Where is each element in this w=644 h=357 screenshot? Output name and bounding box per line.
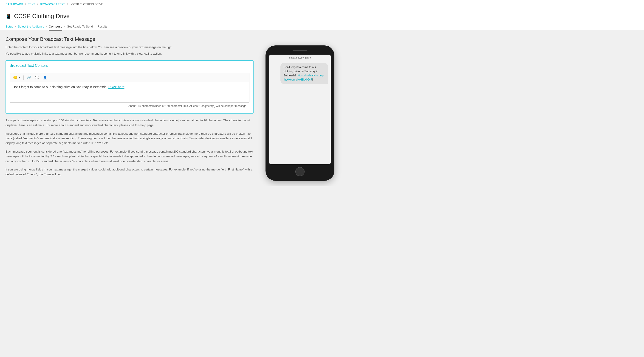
info-text-4: If you are using merge fields in your te… xyxy=(6,167,254,177)
wizard-chevron-2: › xyxy=(46,25,47,28)
compose-heading: Compose Your Broadcast Text Message xyxy=(6,36,254,42)
breadcrumb-sep-2: / xyxy=(37,3,38,6)
wizard-chevron-3: › xyxy=(64,25,65,28)
page-title: CCSP Clothing Drive xyxy=(14,13,70,20)
breadcrumb-text[interactable]: TEXT xyxy=(28,3,35,6)
right-panel: BROADCAST TEXT Don't forget to come to o… xyxy=(261,36,339,181)
wizard-step-results[interactable]: Results xyxy=(98,22,107,30)
left-panel: Compose Your Broadcast Text Message Ente… xyxy=(6,36,254,181)
page-header: 📱 CCSP Clothing Drive Setup › Select the… xyxy=(0,9,644,31)
content-box-header: Broadcast Text Content xyxy=(6,61,253,70)
editor-toolbar: 🙂 ▾ 🔗 💬 👤 xyxy=(10,73,250,82)
snippet-button[interactable]: 💬 xyxy=(34,75,40,80)
info-text-2: Messages that include more than 160 stan… xyxy=(6,131,254,146)
wizard-step-compose[interactable]: Compose xyxy=(49,22,62,30)
phone-screen-label: BROADCAST TEXT xyxy=(269,55,331,60)
wizard-step-ready[interactable]: Get Ready To Send xyxy=(67,22,93,30)
emoji-button[interactable]: 🙂 ▾ xyxy=(12,75,21,80)
wizard-chevron-1: › xyxy=(15,25,16,28)
compose-subtitle-2: It's possible to add multiple links to a… xyxy=(6,51,254,56)
personalize-button[interactable]: 👤 xyxy=(42,75,48,80)
content-box: Broadcast Text Content 🙂 ▾ 🔗 💬 👤 Don't f… xyxy=(6,60,254,114)
phone-message-area: Don't forget to come to our clothing dri… xyxy=(269,60,331,164)
info-text-3: Each message segment is considered one "… xyxy=(6,149,254,164)
breadcrumb-sep-1: / xyxy=(25,3,26,6)
page-icon: 📱 xyxy=(6,13,11,19)
info-text-1: A single text message can contain up to … xyxy=(6,118,254,128)
wizard-chevron-4: › xyxy=(94,25,96,28)
phone-speaker xyxy=(293,50,307,51)
wizard-step-setup[interactable]: Setup xyxy=(6,22,13,30)
char-count: About 115 characters used of 160-charact… xyxy=(10,103,250,110)
breadcrumb-sep-3: / xyxy=(67,3,68,6)
phone-mockup: BROADCAST TEXT Don't forget to come to o… xyxy=(266,45,334,181)
wizard-step-audience[interactable]: Select the Audience xyxy=(18,22,44,30)
breadcrumb: DASHBOARD / TEXT / BROADCAST TEXT / CCSP… xyxy=(0,0,644,9)
phone-screen: BROADCAST TEXT Don't forget to come to o… xyxy=(269,55,331,164)
breadcrumb-dashboard[interactable]: DASHBOARD xyxy=(6,3,23,6)
compose-subtitle-1: Enter the content for your broadcast tex… xyxy=(6,45,254,49)
phone-bubble: Don't forget to come to our clothing dri… xyxy=(280,63,328,84)
toolbar-divider-1 xyxy=(24,75,24,80)
phone-home-button xyxy=(295,167,304,176)
message-editor[interactable]: Don't forget to come to our clothing dri… xyxy=(10,82,250,103)
main-layout: Compose Your Broadcast Text Message Ente… xyxy=(0,31,344,186)
content-box-title: Broadcast Text Content xyxy=(10,63,48,67)
wizard-steps: Setup › Select the Audience › Compose › … xyxy=(6,22,638,30)
breadcrumb-broadcast-text[interactable]: BROADCAST TEXT xyxy=(40,3,65,6)
link-button[interactable]: 🔗 xyxy=(26,75,32,80)
breadcrumb-current: CCSP CLOTHING DRIVE xyxy=(71,3,103,6)
editor-container: 🙂 ▾ 🔗 💬 👤 Don't forget to come to our cl… xyxy=(6,70,253,113)
